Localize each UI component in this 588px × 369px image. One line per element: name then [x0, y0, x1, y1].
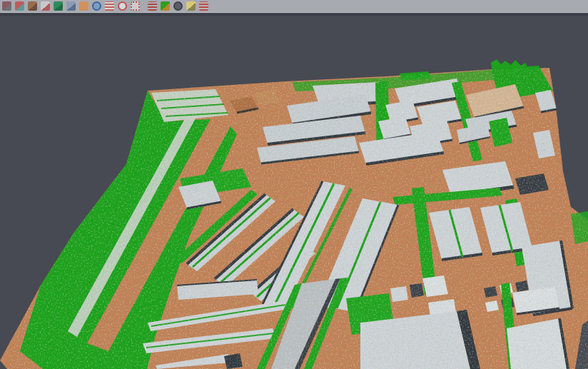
- color-scale-icon[interactable]: [2, 1, 11, 11]
- orange-tile-icon[interactable]: [79, 1, 88, 11]
- globe-icon[interactable]: [92, 1, 101, 11]
- main-toolbar: [0, 0, 588, 13]
- point-picker-icon[interactable]: [41, 1, 50, 11]
- mesh-mound-icon[interactable]: [28, 1, 37, 11]
- dark-sphere-icon[interactable]: [173, 1, 183, 11]
- terrain-mound-icon[interactable]: [54, 1, 63, 11]
- red-ring-icon[interactable]: [118, 1, 127, 11]
- red-corners-icon[interactable]: [131, 1, 140, 11]
- noise-green: [0, 0, 588, 369]
- toolbar-shadow-strip: [0, 14, 588, 16]
- checker-filter-icon[interactable]: [148, 1, 157, 11]
- red-stripes-icon[interactable]: [105, 1, 114, 11]
- classified-map-icon[interactable]: [161, 1, 170, 11]
- texture-layer: [0, 0, 588, 369]
- scene-svg[interactable]: [0, 0, 588, 369]
- palette-icon[interactable]: [15, 1, 24, 11]
- yellow-x-icon[interactable]: [186, 1, 196, 11]
- red-bar-icon[interactable]: [199, 1, 208, 11]
- screen: [0, 0, 588, 369]
- profile-bar-icon[interactable]: [66, 1, 76, 11]
